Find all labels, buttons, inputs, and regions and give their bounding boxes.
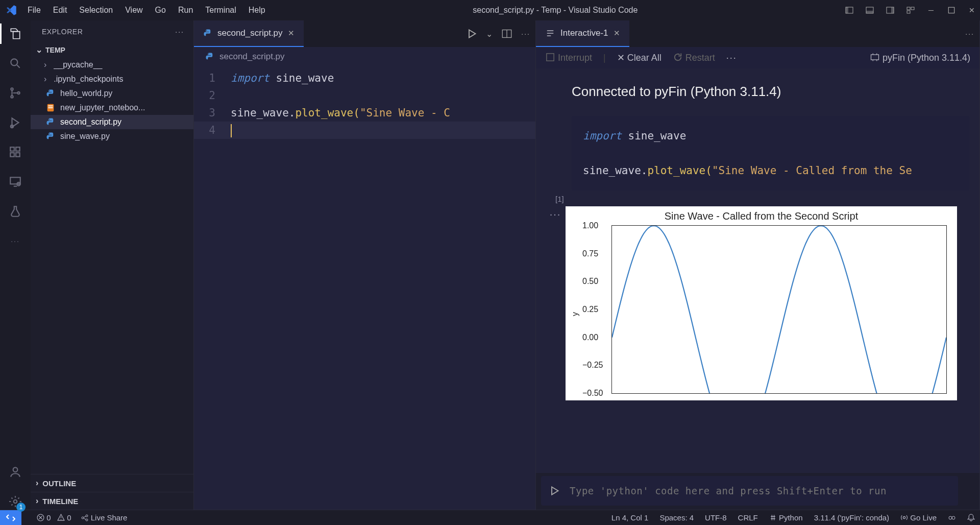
code-editor[interactable]: 1import sine_wave2 3sine_wave.plot_wave(… <box>194 66 535 510</box>
file-item[interactable]: sine_wave.py <box>31 129 193 144</box>
cell-code[interactable]: import sine_wave sine_wave.plot_wave("Si… <box>572 116 969 190</box>
chevron-down-icon: ⌄ <box>36 45 42 55</box>
activity-explorer-icon[interactable] <box>7 26 23 42</box>
restart-button[interactable]: Restart <box>673 52 715 63</box>
editor-more-icon[interactable]: ··· <box>965 30 974 38</box>
activity-settings-icon[interactable]: 1 <box>7 493 23 510</box>
activity-source-control-icon[interactable] <box>7 85 23 101</box>
tab-second-script[interactable]: second_script.py ✕ <box>194 20 304 47</box>
status-remote-icon[interactable] <box>0 510 21 525</box>
run-menu-chevron-icon[interactable]: ⌄ <box>486 29 493 39</box>
editor-line[interactable]: 2 <box>194 87 535 104</box>
svg-point-31 <box>86 515 88 517</box>
python-icon <box>46 89 55 98</box>
execution-count: [1] <box>555 195 979 203</box>
activity-testing-icon[interactable] <box>7 203 23 220</box>
sidebar-more-icon[interactable]: ··· <box>175 28 184 36</box>
status-notifications-icon[interactable] <box>967 514 975 521</box>
status-indentation[interactable]: Spaces: 4 <box>659 513 694 522</box>
status-interpreter[interactable]: 3.11.4 ('pyFin': conda) <box>814 513 889 522</box>
status-encoding[interactable]: UTF-8 <box>705 513 727 522</box>
chart-ytick: 0.50 <box>582 277 598 286</box>
menu-file[interactable]: File <box>28 6 41 15</box>
file-item[interactable]: new_jupyter_noteboo... <box>31 101 193 115</box>
timeline-section[interactable]: ›TIMELINE <box>31 492 193 510</box>
file-item[interactable]: second_script.py <box>31 115 193 129</box>
activity-bar: ··· 1 <box>0 20 31 510</box>
python-icon <box>46 132 55 141</box>
chart-ytick: 1.00 <box>582 221 598 230</box>
svg-rect-24 <box>48 106 53 107</box>
svg-rect-9 <box>948 7 954 13</box>
cell-more-icon[interactable]: ··· <box>545 206 566 220</box>
folder-item[interactable]: __pycache__ <box>31 58 193 72</box>
activity-search-icon[interactable] <box>7 55 23 71</box>
status-problems[interactable]: 0 0 <box>37 513 71 522</box>
file-tree: __pycache__.ipynb_checkpointshello_world… <box>31 58 193 144</box>
tab-close-icon[interactable]: ✕ <box>614 29 620 38</box>
status-language[interactable]: Python <box>769 513 803 522</box>
status-go-live[interactable]: Go Live <box>900 513 937 522</box>
svg-point-33 <box>903 516 905 518</box>
activity-extensions-icon[interactable] <box>7 144 23 160</box>
editor-line[interactable]: 3sine_wave.plot_wave("Sine Wave - C <box>194 104 535 122</box>
svg-point-10 <box>11 59 17 65</box>
layout-panel-icon[interactable] <box>845 6 853 14</box>
status-eol[interactable]: CRLF <box>738 513 758 522</box>
interrupt-button[interactable]: Interrupt <box>545 52 592 63</box>
file-item[interactable]: hello_world.py <box>31 86 193 101</box>
close-icon[interactable]: ✕ <box>968 6 976 14</box>
menu-go[interactable]: Go <box>155 6 166 15</box>
svg-rect-27 <box>547 54 554 61</box>
svg-rect-7 <box>911 7 914 10</box>
menu-edit[interactable]: Edit <box>53 6 67 15</box>
status-cursor-position[interactable]: Ln 4, Col 1 <box>611 513 649 522</box>
interactive-cell: import sine_wave sine_wave.plot_wave("Si… <box>545 116 979 400</box>
svg-rect-18 <box>16 147 20 151</box>
svg-point-35 <box>952 516 955 519</box>
breadcrumb[interactable]: second_script.py <box>194 47 535 66</box>
activity-more-icon[interactable]: ··· <box>7 233 23 249</box>
layout-bottom-icon[interactable] <box>866 6 874 14</box>
menu-selection[interactable]: Selection <box>79 6 113 15</box>
python-icon <box>46 117 55 127</box>
activity-remote-explorer-icon[interactable] <box>7 174 23 190</box>
python-icon <box>203 29 212 38</box>
toolbar-more-icon[interactable]: ··· <box>726 53 737 63</box>
status-live-share[interactable]: Live Share <box>81 513 128 522</box>
menu-terminal[interactable]: Terminal <box>205 6 236 15</box>
outline-section[interactable]: ›OUTLINE <box>31 474 193 492</box>
activity-accounts-icon[interactable] <box>7 464 23 480</box>
run-icon[interactable] <box>467 29 477 39</box>
chart-plot-area: y 1.000.750.500.250.00−0.25−0.50 <box>611 225 947 394</box>
editor-more-icon[interactable]: ··· <box>521 30 530 38</box>
svg-point-30 <box>82 517 84 519</box>
repl-input[interactable] <box>570 485 950 496</box>
editor-area: second_script.py ✕ ⌄ ··· second_script.p… <box>194 20 980 510</box>
tab-close-icon[interactable]: ✕ <box>288 29 295 38</box>
editor-line[interactable]: 4 <box>194 122 535 139</box>
folder-item[interactable]: .ipynb_checkpoints <box>31 72 193 86</box>
customize-layout-icon[interactable] <box>906 6 915 14</box>
split-editor-icon[interactable] <box>502 29 512 39</box>
minimize-icon[interactable]: ─ <box>927 6 935 14</box>
svg-rect-19 <box>10 177 20 184</box>
menu-bar: File Edit Selection View Go Run Terminal… <box>28 6 265 15</box>
editor-line[interactable]: 1import sine_wave <box>194 69 535 87</box>
activity-run-debug-icon[interactable] <box>7 114 23 131</box>
menu-help[interactable]: Help <box>249 6 265 15</box>
tab-interactive[interactable]: Interactive-1 ✕ <box>536 20 629 47</box>
interactive-toolbar: Interrupt | ✕ Clear All Restart ··· pyFi… <box>536 47 979 68</box>
run-cell-icon[interactable] <box>549 486 559 496</box>
maximize-icon[interactable] <box>947 6 955 14</box>
menu-run[interactable]: Run <box>178 6 193 15</box>
interactive-body: Connected to pyFin (Python 3.11.4) impor… <box>536 68 979 473</box>
clear-all-button[interactable]: ✕ Clear All <box>617 52 662 63</box>
layout-right-icon[interactable] <box>886 6 894 14</box>
status-feedback-icon[interactable] <box>948 514 956 522</box>
menu-view[interactable]: View <box>125 6 142 15</box>
folder-root[interactable]: ⌄ TEMP <box>31 42 193 58</box>
svg-point-34 <box>949 516 952 519</box>
kernel-selector[interactable]: pyFin (Python 3.11.4) <box>870 52 970 63</box>
interactive-icon <box>545 28 555 38</box>
